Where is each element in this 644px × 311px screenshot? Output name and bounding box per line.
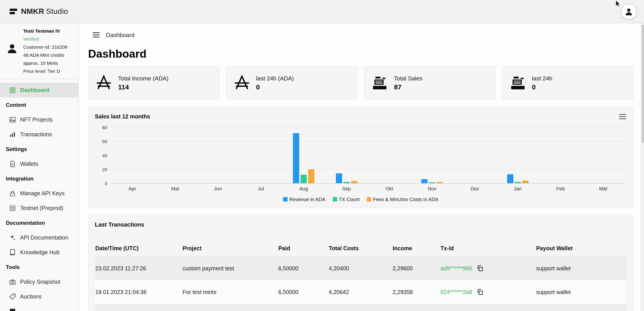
- auctions-icon: [9, 293, 16, 300]
- sidebar-item-transactions[interactable]: Transactions: [0, 127, 78, 142]
- stat-value: 114: [118, 83, 168, 90]
- dashboard-icon: [9, 86, 16, 94]
- cell-payout-wallet: support wallet: [536, 265, 626, 272]
- user-mint-credits: 48 ADA Mint credits: [23, 51, 76, 59]
- brand-name: NMKR: [21, 7, 44, 15]
- table-title: Last Transactions: [95, 221, 626, 228]
- testnet-icon: [9, 204, 16, 212]
- chart-bar: [522, 181, 528, 183]
- sidebar-item-api-documentation[interactable]: API Documentation: [0, 230, 78, 245]
- bar-chart-icon: [9, 131, 16, 138]
- sidebar-section-documentation: Documentation: [0, 215, 78, 230]
- cell-total-costs: 4,20642: [329, 289, 392, 295]
- document-icon: [9, 160, 16, 167]
- user-customer-id: Customer-Id: 216209: [23, 43, 76, 51]
- cell-txid: ad9******995: [440, 265, 536, 272]
- cell-paid: 6,50000: [278, 265, 329, 272]
- chart-slot: [154, 127, 197, 183]
- x-tick-label: Jul: [240, 186, 282, 191]
- sidebar: Testi Testman IV Verified Customer-Id: 2…: [0, 23, 79, 311]
- x-tick-label: Mär: [582, 186, 625, 191]
- cell-income: 2,29600: [393, 265, 440, 272]
- chart-bar: [300, 175, 307, 183]
- copy-icon[interactable]: [476, 265, 484, 272]
- x-tick-label: Apr: [111, 186, 154, 191]
- chart-title: Sales last 12 months: [95, 113, 150, 120]
- sidebar-item-auctions[interactable]: Auctions: [0, 289, 78, 304]
- x-tick-label: Mai: [154, 186, 197, 191]
- sidebar-avatar-icon: [6, 42, 18, 54]
- column-header: Date/Time (UTC): [95, 245, 182, 252]
- sidebar-item-policy-snapshot[interactable]: Policy Snapshot: [0, 274, 78, 289]
- cell-project: For test mints: [182, 289, 278, 295]
- x-tick-label: Dez: [454, 186, 496, 191]
- chart-bar: [514, 182, 521, 183]
- x-tick-label: Aug: [282, 186, 325, 191]
- scrollbar-thumb[interactable]: [642, 24, 644, 143]
- x-tick-label: Jun: [196, 186, 240, 191]
- y-tick-label: 80: [95, 125, 107, 130]
- chart-plot: 020406080: [111, 127, 625, 183]
- person-icon: [624, 7, 634, 16]
- x-tick-label: Okt: [368, 186, 411, 191]
- chart-slot: [496, 127, 539, 183]
- sidebar-item-label: Dashboard: [20, 87, 50, 93]
- txid-link[interactable]: ad9******995: [440, 265, 472, 272]
- brand[interactable]: NMKRStudio: [9, 7, 68, 16]
- cell-datetime: 23.02.2023 11:27:26: [95, 265, 182, 272]
- chart-slot: [368, 127, 411, 183]
- sidebar-item-dashboard[interactable]: Dashboard: [0, 83, 78, 97]
- chart-slot: [454, 127, 496, 183]
- cell-project: custom payment test: [182, 265, 278, 272]
- page-scrollbar[interactable]: [641, 23, 644, 311]
- sidebar-item-knowledge-hub[interactable]: Knowledge Hub: [0, 245, 78, 260]
- partial-nav-icon: [9, 308, 16, 311]
- legend-swatch: [332, 197, 337, 202]
- sidebar-item-label: Testnet (Preprod): [20, 205, 63, 211]
- menu-toggle-icon[interactable]: [92, 32, 100, 38]
- stat-text: Total Income (ADA) 114: [118, 75, 168, 90]
- legend-swatch: [367, 197, 371, 202]
- main-content: Dashboard Dashboard Total Income (ADA) 1…: [79, 23, 641, 311]
- chart-bar: [429, 182, 435, 183]
- x-tick-label: Feb: [539, 186, 582, 191]
- chart-slot: [539, 127, 582, 183]
- sidebar-item-label: Wallets: [20, 161, 38, 167]
- stat-card-last-24h-ada: last 24h (ADA) 0: [226, 66, 357, 99]
- sidebar-item-manage-api-keys[interactable]: Manage API Keys: [0, 186, 78, 201]
- app: NMKRStudio Testi Testman IV Verified Cus…: [0, 0, 644, 311]
- breadcrumb-label: Dashboard: [106, 31, 134, 38]
- stat-label: Total Sales: [394, 75, 422, 81]
- column-header: Project: [182, 245, 278, 252]
- user-price-level: Price level: Tier D: [23, 67, 76, 75]
- sidebar-item-label: Transactions: [20, 131, 52, 137]
- sidebar-user-info: Testi Testman IV Verified Customer-Id: 2…: [23, 27, 76, 75]
- chart-menu-icon[interactable]: [618, 113, 626, 120]
- sidebar-item-label: Auctions: [20, 293, 42, 300]
- x-tick-label: Nov: [411, 186, 454, 191]
- sidebar-item-testnet[interactable]: Testnet (Preprod): [0, 201, 78, 215]
- brand-suffix: Studio: [46, 7, 68, 15]
- txid-link[interactable]: 824******2a8: [440, 289, 472, 295]
- stat-card-total-sales: Total Sales 87: [364, 66, 495, 99]
- cell-datetime: 19.01.2023 21:04:36: [95, 289, 182, 295]
- legend-item[interactable]: TX Count: [332, 197, 360, 202]
- legend-item[interactable]: Revenue in ADA: [283, 197, 325, 202]
- chart-bar: [336, 173, 342, 183]
- breadcrumb: Dashboard: [92, 30, 633, 39]
- legend-item[interactable]: Fees & MinUtxo Costs in ADA: [367, 197, 438, 202]
- user-avatar-button[interactable]: [621, 3, 637, 20]
- camera-icon: [9, 278, 16, 285]
- stat-text: last 24h (ADA) 0: [256, 75, 294, 90]
- copy-icon[interactable]: [476, 288, 484, 296]
- legend-label: TX Count: [339, 197, 360, 202]
- chart-bar: [293, 133, 299, 183]
- sidebar-item-label: API Documentation: [20, 234, 68, 241]
- user-approx-mints: approx. 10 Mints: [23, 59, 76, 67]
- sidebar-item-nft-projects[interactable]: NFT Projects: [0, 112, 78, 127]
- sidebar-item-wallets[interactable]: Wallets: [0, 156, 78, 171]
- ada-icon: [233, 74, 250, 91]
- sidebar-item-label: Policy Snapshot: [20, 279, 60, 285]
- sidebar-item-partial[interactable]: [0, 304, 78, 311]
- mouse-cursor: [616, 0, 621, 8]
